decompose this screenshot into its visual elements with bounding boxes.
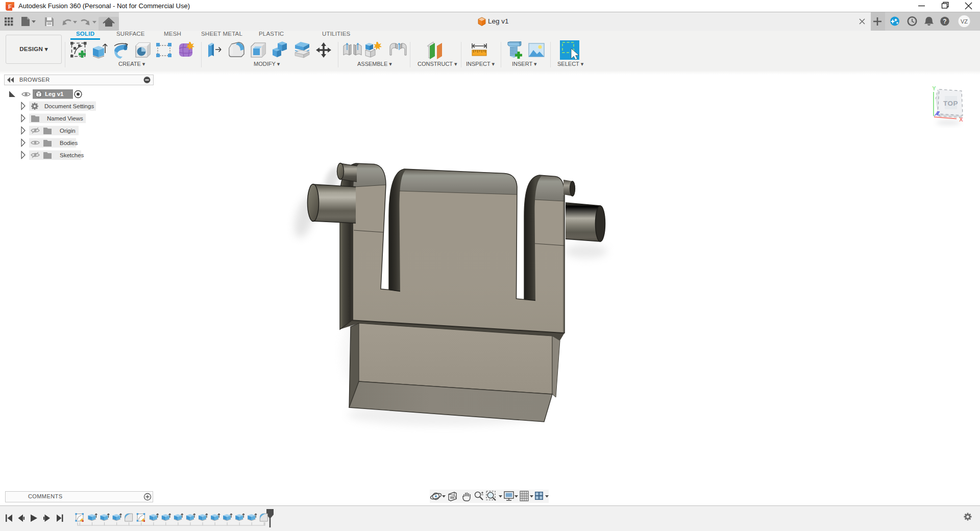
svg-text:TOP: TOP <box>943 100 958 107</box>
svg-text:Origin: Origin <box>60 128 76 134</box>
svg-text:F: F <box>8 4 12 10</box>
svg-text:?: ? <box>943 18 946 25</box>
svg-text:VZ: VZ <box>961 18 968 25</box>
svg-text:Leg v1: Leg v1 <box>45 91 64 97</box>
svg-text:Document Settings: Document Settings <box>44 103 94 109</box>
svg-text:Named Views: Named Views <box>47 115 83 122</box>
svg-text:Bodies: Bodies <box>60 140 78 146</box>
svg-text:Y: Y <box>932 85 936 91</box>
svg-text:X: X <box>959 116 963 123</box>
svg-text:Sketches: Sketches <box>60 152 84 158</box>
